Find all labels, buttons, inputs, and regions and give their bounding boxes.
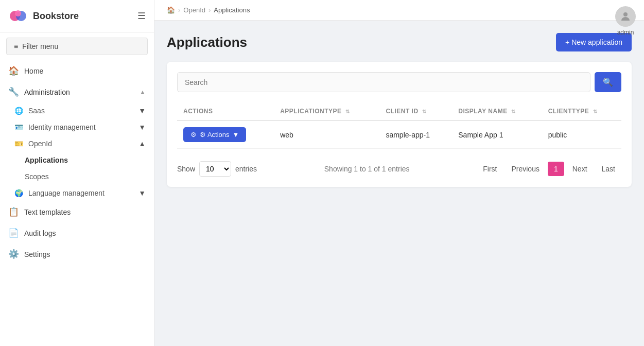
- search-row: 🔍: [177, 72, 621, 92]
- user-name: admin: [617, 29, 634, 36]
- sort-icon-client-id: ⇅: [422, 109, 427, 114]
- sidebar-item-scopes[interactable]: Scopes: [0, 168, 154, 185]
- cell-applicationtype: web: [274, 120, 379, 149]
- sidebar-item-label-text-templates: Text templates: [24, 208, 71, 216]
- search-button[interactable]: 🔍: [595, 72, 621, 92]
- actions-chevron-icon: ▼: [233, 131, 239, 139]
- sidebar-header: Bookstore ☰: [0, 0, 154, 32]
- openid-icon: 🎫: [14, 140, 23, 148]
- user-area: admin: [615, 6, 636, 36]
- settings-icon: ⚙️: [8, 249, 19, 260]
- pagination-page-1-button[interactable]: 1: [548, 162, 564, 176]
- app-logo: [8, 6, 28, 26]
- pagination-row: Show 10 25 50 100 entries Showing 1 to 1…: [177, 161, 621, 177]
- svg-point-2: [15, 10, 21, 16]
- sidebar-item-label-identity-management: Identity management: [28, 123, 96, 131]
- sidebar-item-audit-logs[interactable]: 📄 Audit logs: [0, 222, 154, 244]
- breadcrumb: 🏠 › OpenId › Applications: [154, 0, 644, 21]
- sidebar-item-label-administration: Administration: [24, 88, 70, 96]
- col-header-display-name[interactable]: DISPLAY NAME ⇅: [452, 102, 542, 120]
- col-header-clienttype[interactable]: CLIENTTYPE ⇅: [542, 102, 621, 120]
- sidebar-item-label-home: Home: [24, 67, 43, 75]
- actions-dropdown-button[interactable]: ⚙ ⚙ Actions ▼: [183, 127, 246, 142]
- cell-actions: ⚙ ⚙ Actions ▼: [177, 120, 274, 149]
- breadcrumb-separator-1: ›: [178, 6, 180, 14]
- clipboard-icon: 📋: [8, 206, 19, 217]
- col-header-applicationtype[interactable]: APPLICATIONTYPE ⇅: [274, 102, 379, 120]
- sidebar-item-label-scopes: Scopes: [25, 172, 49, 181]
- entries-select[interactable]: 10 25 50 100: [199, 161, 231, 177]
- sidebar-item-openid[interactable]: 🎫 OpenId ▲: [0, 135, 154, 152]
- sort-icon-display-name: ⇅: [511, 109, 516, 114]
- applications-card: 🔍 ACTIONS APPLICATIONTYPE ⇅: [167, 62, 632, 187]
- chevron-down-icon2: ▼: [138, 123, 146, 131]
- filter-menu-button[interactable]: ≡ Filter menu: [6, 38, 148, 55]
- breadcrumb-applications: Applications: [214, 6, 250, 14]
- sidebar-item-label-audit-logs: Audit logs: [24, 229, 56, 237]
- actions-button-label: ⚙ Actions: [200, 131, 230, 139]
- sidebar-item-language-management[interactable]: 🌍 Language management ▼: [0, 185, 154, 201]
- sort-icon-clienttype: ⇅: [593, 109, 598, 114]
- pagination-info: Showing 1 to 1 of 1 entries: [324, 165, 410, 173]
- table-wrapper: ACTIONS APPLICATIONTYPE ⇅ CLIENT ID ⇅: [177, 102, 621, 149]
- home-icon: 🏠: [8, 65, 19, 76]
- globe2-icon: 🌍: [14, 189, 23, 197]
- search-input[interactable]: [177, 72, 590, 92]
- sidebar-item-identity-management[interactable]: 🪪 Identity management ▼: [0, 119, 154, 135]
- sidebar-item-administration[interactable]: 🔧 Administration ▲: [0, 81, 154, 102]
- sidebar-item-home[interactable]: 🏠 Home: [0, 60, 154, 81]
- page-buttons: First Previous 1 Next Last: [477, 162, 621, 176]
- avatar-icon: [619, 10, 632, 23]
- globe-icon: 🌐: [14, 107, 23, 115]
- sidebar-item-text-templates[interactable]: 📋 Text templates: [0, 201, 154, 222]
- col-header-client-id[interactable]: CLIENT ID ⇅: [379, 102, 452, 120]
- sidebar-item-settings[interactable]: ⚙️ Settings: [0, 244, 154, 265]
- document-icon: 📄: [8, 228, 19, 238]
- filter-icon: ≡: [14, 42, 18, 50]
- sidebar-item-saas[interactable]: 🌐 Saas ▼: [0, 102, 154, 119]
- cell-client-id: sample-app-1: [379, 120, 452, 149]
- sidebar-item-label-applications: Applications: [25, 156, 68, 164]
- pagination-previous-button[interactable]: Previous: [505, 162, 545, 176]
- sidebar-item-label-language-management: Language management: [28, 189, 105, 197]
- chevron-up-icon: ▲: [140, 89, 146, 96]
- breadcrumb-home-icon[interactable]: 🏠: [167, 6, 175, 14]
- svg-point-3: [623, 12, 628, 16]
- filter-menu-label: Filter menu: [22, 42, 58, 50]
- app-title: Bookstore: [33, 11, 79, 22]
- hamburger-icon[interactable]: ☰: [137, 10, 146, 22]
- breadcrumb-openid[interactable]: OpenId: [183, 6, 205, 14]
- gear-icon: ⚙: [190, 131, 197, 139]
- page-content: Applications + New application 🔍 ACTIONS: [154, 21, 644, 346]
- user-avatar[interactable]: [615, 6, 636, 27]
- sidebar: Bookstore ☰ ≡ Filter menu 🏠 Home 🔧 Admin…: [0, 0, 154, 346]
- entries-label: entries: [235, 165, 257, 173]
- chevron-down-icon3: ▼: [138, 189, 146, 197]
- breadcrumb-separator-2: ›: [208, 6, 211, 14]
- chevron-up-icon2: ▲: [138, 140, 146, 148]
- table-row: ⚙ ⚙ Actions ▼ web sample-app-1 Sample Ap…: [177, 120, 621, 149]
- sidebar-item-label-openid: OpenId: [28, 140, 52, 148]
- applications-table: ACTIONS APPLICATIONTYPE ⇅ CLIENT ID ⇅: [177, 102, 621, 149]
- page-title: Applications: [167, 34, 247, 50]
- pagination-last-button[interactable]: Last: [596, 162, 621, 176]
- cell-clienttype: public: [542, 120, 621, 149]
- pagination-first-button[interactable]: First: [477, 162, 503, 176]
- wrench-icon: 🔧: [8, 86, 19, 97]
- pagination-next-button[interactable]: Next: [566, 162, 594, 176]
- table-header-row: ACTIONS APPLICATIONTYPE ⇅ CLIENT ID ⇅: [177, 102, 621, 120]
- show-label: Show: [177, 165, 195, 173]
- chevron-down-icon: ▼: [138, 107, 146, 115]
- cell-display-name: Sample App 1: [452, 120, 542, 149]
- id-card-icon: 🪪: [14, 123, 23, 131]
- sidebar-item-label-settings: Settings: [24, 250, 50, 258]
- show-entries: Show 10 25 50 100 entries: [177, 161, 257, 177]
- page-header: Applications + New application: [167, 33, 632, 51]
- sidebar-item-label-saas: Saas: [28, 107, 45, 115]
- sort-icon-applicationtype: ⇅: [345, 109, 350, 114]
- main-content: 🏠 › OpenId › Applications Applications +…: [154, 0, 644, 346]
- sidebar-item-applications[interactable]: Applications: [0, 152, 154, 168]
- col-header-actions: ACTIONS: [177, 102, 274, 120]
